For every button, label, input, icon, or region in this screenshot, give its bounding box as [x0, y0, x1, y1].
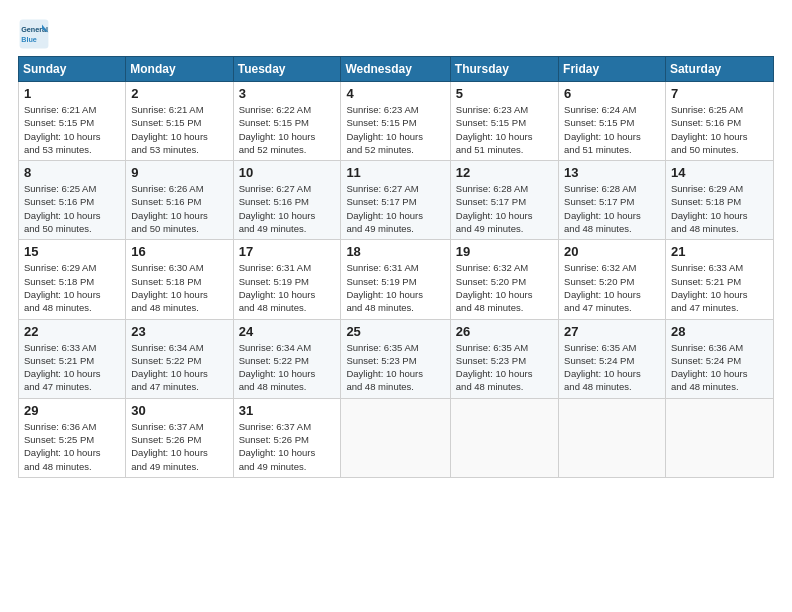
day-number: 7: [671, 86, 768, 101]
day-info: Sunrise: 6:35 AMSunset: 5:24 PMDaylight:…: [564, 341, 660, 394]
calendar-week-2: 8Sunrise: 6:25 AMSunset: 5:16 PMDaylight…: [19, 161, 774, 240]
calendar-cell: 12Sunrise: 6:28 AMSunset: 5:17 PMDayligh…: [450, 161, 558, 240]
day-number: 9: [131, 165, 227, 180]
calendar-cell: 25Sunrise: 6:35 AMSunset: 5:23 PMDayligh…: [341, 319, 450, 398]
day-number: 1: [24, 86, 120, 101]
day-info: Sunrise: 6:37 AMSunset: 5:26 PMDaylight:…: [131, 420, 227, 473]
calendar-cell: 9Sunrise: 6:26 AMSunset: 5:16 PMDaylight…: [126, 161, 233, 240]
day-info: Sunrise: 6:22 AMSunset: 5:15 PMDaylight:…: [239, 103, 336, 156]
day-info: Sunrise: 6:24 AMSunset: 5:15 PMDaylight:…: [564, 103, 660, 156]
calendar-cell: 2Sunrise: 6:21 AMSunset: 5:15 PMDaylight…: [126, 82, 233, 161]
day-info: Sunrise: 6:23 AMSunset: 5:15 PMDaylight:…: [346, 103, 444, 156]
weekday-header-tuesday: Tuesday: [233, 57, 341, 82]
svg-text:Blue: Blue: [21, 35, 37, 44]
day-number: 13: [564, 165, 660, 180]
calendar-cell: 22Sunrise: 6:33 AMSunset: 5:21 PMDayligh…: [19, 319, 126, 398]
day-number: 17: [239, 244, 336, 259]
calendar-cell: 16Sunrise: 6:30 AMSunset: 5:18 PMDayligh…: [126, 240, 233, 319]
calendar-cell: 6Sunrise: 6:24 AMSunset: 5:15 PMDaylight…: [559, 82, 666, 161]
day-info: Sunrise: 6:29 AMSunset: 5:18 PMDaylight:…: [24, 261, 120, 314]
day-number: 12: [456, 165, 553, 180]
day-number: 23: [131, 324, 227, 339]
weekday-header-sunday: Sunday: [19, 57, 126, 82]
day-info: Sunrise: 6:33 AMSunset: 5:21 PMDaylight:…: [671, 261, 768, 314]
day-number: 24: [239, 324, 336, 339]
day-info: Sunrise: 6:26 AMSunset: 5:16 PMDaylight:…: [131, 182, 227, 235]
weekday-header-saturday: Saturday: [665, 57, 773, 82]
calendar-cell: 8Sunrise: 6:25 AMSunset: 5:16 PMDaylight…: [19, 161, 126, 240]
calendar-week-4: 22Sunrise: 6:33 AMSunset: 5:21 PMDayligh…: [19, 319, 774, 398]
day-info: Sunrise: 6:34 AMSunset: 5:22 PMDaylight:…: [131, 341, 227, 394]
calendar-cell: 24Sunrise: 6:34 AMSunset: 5:22 PMDayligh…: [233, 319, 341, 398]
calendar-week-1: 1Sunrise: 6:21 AMSunset: 5:15 PMDaylight…: [19, 82, 774, 161]
day-info: Sunrise: 6:25 AMSunset: 5:16 PMDaylight:…: [24, 182, 120, 235]
calendar-cell: 11Sunrise: 6:27 AMSunset: 5:17 PMDayligh…: [341, 161, 450, 240]
day-number: 26: [456, 324, 553, 339]
day-number: 25: [346, 324, 444, 339]
day-number: 6: [564, 86, 660, 101]
day-info: Sunrise: 6:25 AMSunset: 5:16 PMDaylight:…: [671, 103, 768, 156]
day-number: 21: [671, 244, 768, 259]
day-info: Sunrise: 6:35 AMSunset: 5:23 PMDaylight:…: [456, 341, 553, 394]
day-number: 4: [346, 86, 444, 101]
day-info: Sunrise: 6:29 AMSunset: 5:18 PMDaylight:…: [671, 182, 768, 235]
day-number: 16: [131, 244, 227, 259]
calendar-cell: 23Sunrise: 6:34 AMSunset: 5:22 PMDayligh…: [126, 319, 233, 398]
calendar-cell: 10Sunrise: 6:27 AMSunset: 5:16 PMDayligh…: [233, 161, 341, 240]
day-info: Sunrise: 6:30 AMSunset: 5:18 PMDaylight:…: [131, 261, 227, 314]
day-info: Sunrise: 6:37 AMSunset: 5:26 PMDaylight:…: [239, 420, 336, 473]
calendar-cell: 7Sunrise: 6:25 AMSunset: 5:16 PMDaylight…: [665, 82, 773, 161]
day-info: Sunrise: 6:35 AMSunset: 5:23 PMDaylight:…: [346, 341, 444, 394]
calendar-cell: [559, 398, 666, 477]
day-number: 31: [239, 403, 336, 418]
day-number: 3: [239, 86, 336, 101]
weekday-header-row: SundayMondayTuesdayWednesdayThursdayFrid…: [19, 57, 774, 82]
calendar-cell: 3Sunrise: 6:22 AMSunset: 5:15 PMDaylight…: [233, 82, 341, 161]
day-number: 30: [131, 403, 227, 418]
calendar-cell: 30Sunrise: 6:37 AMSunset: 5:26 PMDayligh…: [126, 398, 233, 477]
weekday-header-friday: Friday: [559, 57, 666, 82]
header: General Blue: [18, 18, 774, 50]
day-info: Sunrise: 6:21 AMSunset: 5:15 PMDaylight:…: [24, 103, 120, 156]
weekday-header-thursday: Thursday: [450, 57, 558, 82]
weekday-header-wednesday: Wednesday: [341, 57, 450, 82]
day-number: 11: [346, 165, 444, 180]
logo: General Blue: [18, 18, 54, 50]
day-info: Sunrise: 6:36 AMSunset: 5:25 PMDaylight:…: [24, 420, 120, 473]
calendar-body: 1Sunrise: 6:21 AMSunset: 5:15 PMDaylight…: [19, 82, 774, 478]
calendar-cell: [341, 398, 450, 477]
calendar-cell: 31Sunrise: 6:37 AMSunset: 5:26 PMDayligh…: [233, 398, 341, 477]
calendar-week-5: 29Sunrise: 6:36 AMSunset: 5:25 PMDayligh…: [19, 398, 774, 477]
day-number: 20: [564, 244, 660, 259]
calendar-cell: 18Sunrise: 6:31 AMSunset: 5:19 PMDayligh…: [341, 240, 450, 319]
day-info: Sunrise: 6:31 AMSunset: 5:19 PMDaylight:…: [346, 261, 444, 314]
day-number: 22: [24, 324, 120, 339]
calendar-cell: 26Sunrise: 6:35 AMSunset: 5:23 PMDayligh…: [450, 319, 558, 398]
day-number: 27: [564, 324, 660, 339]
calendar-cell: [450, 398, 558, 477]
calendar-cell: 28Sunrise: 6:36 AMSunset: 5:24 PMDayligh…: [665, 319, 773, 398]
day-number: 28: [671, 324, 768, 339]
calendar-cell: 21Sunrise: 6:33 AMSunset: 5:21 PMDayligh…: [665, 240, 773, 319]
calendar-cell: 17Sunrise: 6:31 AMSunset: 5:19 PMDayligh…: [233, 240, 341, 319]
weekday-header-monday: Monday: [126, 57, 233, 82]
calendar-cell: [665, 398, 773, 477]
calendar-cell: 15Sunrise: 6:29 AMSunset: 5:18 PMDayligh…: [19, 240, 126, 319]
calendar-cell: 13Sunrise: 6:28 AMSunset: 5:17 PMDayligh…: [559, 161, 666, 240]
calendar-table: SundayMondayTuesdayWednesdayThursdayFrid…: [18, 56, 774, 478]
day-info: Sunrise: 6:27 AMSunset: 5:17 PMDaylight:…: [346, 182, 444, 235]
day-info: Sunrise: 6:33 AMSunset: 5:21 PMDaylight:…: [24, 341, 120, 394]
calendar-cell: 4Sunrise: 6:23 AMSunset: 5:15 PMDaylight…: [341, 82, 450, 161]
day-number: 2: [131, 86, 227, 101]
calendar-week-3: 15Sunrise: 6:29 AMSunset: 5:18 PMDayligh…: [19, 240, 774, 319]
day-number: 19: [456, 244, 553, 259]
day-info: Sunrise: 6:36 AMSunset: 5:24 PMDaylight:…: [671, 341, 768, 394]
day-info: Sunrise: 6:27 AMSunset: 5:16 PMDaylight:…: [239, 182, 336, 235]
day-info: Sunrise: 6:23 AMSunset: 5:15 PMDaylight:…: [456, 103, 553, 156]
day-info: Sunrise: 6:31 AMSunset: 5:19 PMDaylight:…: [239, 261, 336, 314]
day-info: Sunrise: 6:32 AMSunset: 5:20 PMDaylight:…: [456, 261, 553, 314]
page: General Blue SundayMondayTuesdayWednesda…: [0, 0, 792, 612]
day-number: 29: [24, 403, 120, 418]
calendar-cell: 29Sunrise: 6:36 AMSunset: 5:25 PMDayligh…: [19, 398, 126, 477]
calendar-cell: 14Sunrise: 6:29 AMSunset: 5:18 PMDayligh…: [665, 161, 773, 240]
